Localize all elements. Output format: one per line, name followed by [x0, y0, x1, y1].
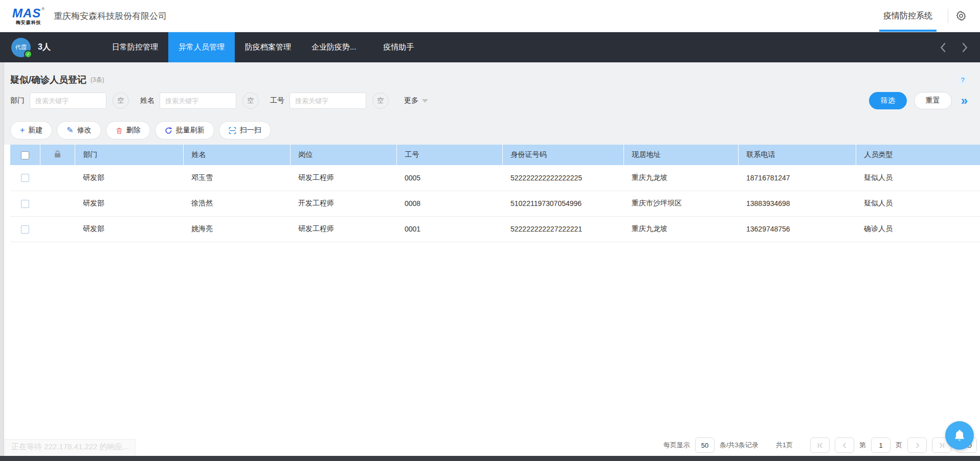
- pencil-icon: ✎: [66, 126, 73, 134]
- col-address[interactable]: 现居地址: [623, 145, 738, 165]
- people-count: 3人: [38, 42, 51, 53]
- logo-brand-text: MAS: [12, 7, 41, 19]
- main-navbar: 代霞 ✓ 3人 日常防控管理 异常人员管理 防疫档案管理 企业防疫势... 疫情…: [0, 32, 980, 62]
- row-checkbox[interactable]: [21, 174, 29, 182]
- table-panel: 部门 姓名 岗位 工号 身份证号码 现居地址 联系电话 人员类型 研发部 邓玉雪…: [4, 145, 980, 456]
- page-prefix-label: 第: [859, 441, 866, 450]
- bell-icon: [953, 429, 966, 442]
- row-checkbox[interactable]: [21, 200, 29, 208]
- batch-refresh-button[interactable]: 批量刷新: [155, 121, 214, 140]
- record-count-badge: (3条): [91, 76, 104, 84]
- lock-icon: [54, 151, 61, 159]
- table-header-row: 部门 姓名 岗位 工号 身份证号码 现居地址 联系电话 人员类型: [10, 145, 980, 165]
- bottom-edge-bar: [0, 456, 980, 461]
- edit-button[interactable]: ✎ 修改: [57, 121, 101, 140]
- col-employee-id[interactable]: 工号: [396, 145, 502, 165]
- content-area: 疑似/确诊人员登记 (3条) ? 部门 空 姓名 空 工号 空 更多 筛选 重置…: [0, 62, 980, 456]
- name-empty-button[interactable]: 空: [242, 93, 259, 109]
- active-tab-indicator: [879, 30, 937, 32]
- scan-button[interactable]: 扫一扫: [219, 121, 271, 140]
- chevron-down-icon: [422, 99, 428, 103]
- pagination-bar: 每页显示 条/共3条记录 共1页 第 页 GO: [663, 437, 977, 453]
- trash-icon: [116, 127, 123, 134]
- name-search-input[interactable]: [160, 93, 236, 109]
- top-header: MAS ® 梅安森科技 重庆梅安森科技股份有限公司 疫情防控系统: [0, 0, 980, 32]
- nav-tab-daily-control[interactable]: 日常防控管理: [102, 32, 168, 62]
- nav-tab-abnormal-personnel[interactable]: 异常人员管理: [168, 32, 235, 62]
- filter-button[interactable]: 筛选: [869, 92, 907, 109]
- nav-scroll-left-icon[interactable]: [939, 42, 947, 53]
- next-page-icon: [914, 442, 921, 449]
- row-checkbox[interactable]: [21, 225, 29, 234]
- department-search-input[interactable]: [30, 93, 106, 109]
- reset-button[interactable]: 重置: [914, 92, 952, 109]
- prev-page-button[interactable]: [835, 437, 854, 453]
- user-block[interactable]: 代霞 ✓ 3人: [11, 38, 51, 57]
- gear-icon: [955, 10, 967, 21]
- more-filters-dropdown[interactable]: 更多: [404, 96, 428, 105]
- table-row[interactable]: 研发部 姚海亮 研发工程师 0001 522222222227222221 重庆…: [10, 216, 980, 242]
- nav-tab-epidemic-assistant[interactable]: 疫情助手: [366, 32, 431, 62]
- settings-button[interactable]: [955, 10, 967, 21]
- page-number-input[interactable]: [871, 437, 890, 453]
- left-edge-strip: [0, 62, 4, 456]
- next-page-button[interactable]: [907, 437, 927, 453]
- select-all-checkbox[interactable]: [21, 151, 29, 159]
- filter-row: 部门 空 姓名 空 工号 空 更多 筛选 重置 »: [10, 92, 968, 109]
- new-button[interactable]: + 新建: [10, 121, 52, 140]
- col-name[interactable]: 姓名: [183, 145, 290, 165]
- delete-button[interactable]: 删除: [106, 121, 150, 140]
- header-divider: [948, 9, 948, 23]
- per-page-input[interactable]: [695, 437, 715, 453]
- logo-subtitle: 梅安森科技: [16, 20, 41, 25]
- avatar[interactable]: 代霞 ✓: [11, 38, 31, 57]
- col-phone[interactable]: 联系电话: [738, 145, 856, 165]
- notification-fab[interactable]: [945, 421, 974, 450]
- nav-tab-enterprise-trend[interactable]: 企业防疫势...: [301, 32, 367, 62]
- nav-tabs: 日常防控管理 异常人员管理 防疫档案管理 企业防疫势... 疫情助手: [102, 32, 431, 62]
- plus-icon: +: [20, 126, 25, 134]
- employee-id-empty-button[interactable]: 空: [372, 93, 389, 109]
- table-row[interactable]: 研发部 邓玉雪 研发工程师 0005 522222222222222225 重庆…: [10, 165, 980, 191]
- last-page-icon: [939, 442, 945, 449]
- table-toolbar: + 新建 ✎ 修改 删除 批量刷新: [10, 121, 271, 140]
- system-tab-epidemic[interactable]: 疫情防控系统: [875, 0, 941, 32]
- company-name: 重庆梅安森科技股份有限公司: [54, 10, 167, 22]
- nav-tab-epidemic-archives[interactable]: 防疫档案管理: [235, 32, 301, 62]
- company-logo: MAS ® 梅安森科技: [12, 7, 44, 25]
- filter-label-name: 姓名: [140, 96, 154, 105]
- expand-filters-icon[interactable]: »: [961, 95, 968, 107]
- col-person-type[interactable]: 人员类型: [856, 145, 980, 165]
- scan-icon: [229, 127, 236, 134]
- col-position[interactable]: 岗位: [290, 145, 396, 165]
- department-empty-button[interactable]: 空: [113, 93, 129, 109]
- system-tab-label: 疫情防控系统: [883, 11, 932, 21]
- page-suffix-label: 页: [896, 441, 902, 450]
- first-page-button[interactable]: [810, 437, 830, 453]
- page-title: 疑似/确诊人员登记: [10, 74, 86, 86]
- employee-id-search-input[interactable]: [289, 93, 366, 109]
- first-page-icon: [817, 442, 823, 449]
- records-total-label: 条/共3条记录: [720, 441, 759, 450]
- col-id-card[interactable]: 身份证号码: [502, 145, 623, 165]
- per-page-label: 每页显示: [663, 441, 690, 450]
- filter-label-employee-id: 工号: [270, 96, 284, 105]
- browser-status-text: 正在等待 222.178.41.222 的响应...: [5, 439, 136, 456]
- nav-scroll-right-icon[interactable]: [961, 42, 969, 53]
- avatar-name: 代霞: [15, 43, 27, 51]
- prev-page-icon: [841, 442, 848, 449]
- refresh-icon: [165, 127, 172, 134]
- help-icon[interactable]: ?: [957, 75, 968, 85]
- logo-registered-mark: ®: [41, 7, 44, 11]
- table-row[interactable]: 研发部 徐浩然 开发工程师 0008 510221197307054996 重庆…: [10, 191, 980, 216]
- personnel-table: 部门 姓名 岗位 工号 身份证号码 现居地址 联系电话 人员类型 研发部 邓玉雪…: [10, 145, 980, 242]
- avatar-check-badge: ✓: [24, 50, 32, 58]
- total-pages-label: 共1页: [776, 441, 793, 450]
- col-department[interactable]: 部门: [75, 145, 183, 165]
- filter-label-department: 部门: [10, 96, 25, 105]
